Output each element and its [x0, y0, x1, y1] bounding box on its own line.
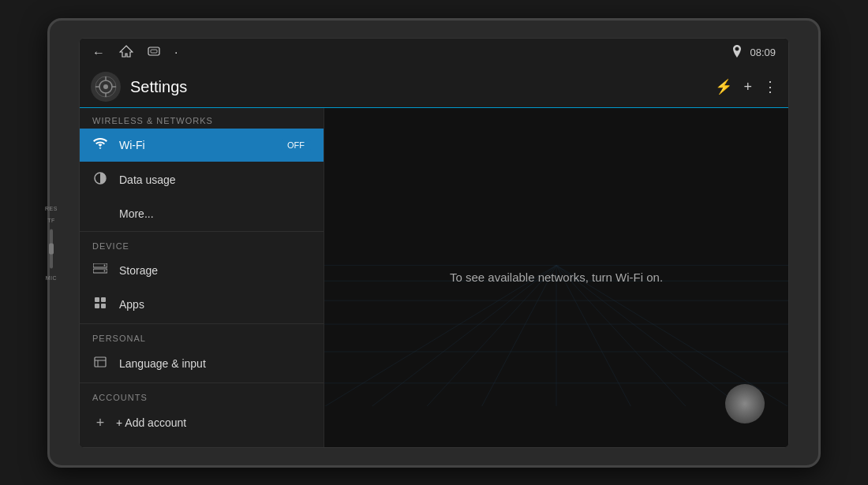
section-header-accounts: ACCOUNTS [80, 385, 324, 405]
app-bar: Settings ⚡ + ⋮ [80, 67, 788, 108]
main-content: WIRELESS & NETWORKS Wi-Fi OFF [80, 108, 788, 447]
svg-rect-19 [95, 357, 106, 367]
divider-3 [80, 382, 324, 383]
menu-item-data-usage[interactable]: Data usage [80, 162, 324, 198]
res-label: RES [45, 205, 58, 211]
svg-line-34 [556, 265, 686, 406]
svg-line-29 [372, 265, 556, 406]
svg-rect-2 [151, 50, 157, 53]
app-icon [91, 72, 121, 102]
menu-item-more[interactable]: More... [80, 198, 324, 229]
data-usage-label: Data usage [119, 173, 311, 186]
right-panel: .grid-line { stroke: #4af; stroke-width:… [324, 108, 788, 447]
data-usage-icon [92, 171, 108, 188]
apps-icon [92, 297, 108, 312]
add-account-label: + Add account [116, 416, 186, 429]
clock: 08:09 [750, 47, 776, 58]
nav-icons: ← · [92, 45, 178, 61]
app-title: Settings [130, 78, 705, 96]
volume-slider[interactable] [50, 229, 53, 268]
svg-line-33 [556, 265, 631, 406]
svg-rect-17 [95, 304, 99, 308]
svg-marker-0 [120, 46, 133, 57]
plus-icon: + [92, 415, 108, 431]
screen: ← · [79, 38, 789, 448]
menu-item-storage[interactable]: Storage [80, 254, 324, 287]
section-header-personal: PERSONAL [80, 326, 324, 346]
svg-rect-15 [95, 297, 99, 302]
app-bar-actions: ⚡ + ⋮ [715, 78, 777, 95]
svg-point-13 [104, 264, 106, 266]
section-header-wireless: WIRELESS & NETWORKS [80, 108, 324, 129]
more-icon[interactable]: ⋮ [763, 78, 777, 95]
mic-label: MIC [46, 274, 57, 280]
grid-background: .grid-line { stroke: #4af; stroke-width:… [324, 108, 788, 407]
tf-label: TF [47, 217, 55, 222]
svg-line-35 [556, 265, 741, 406]
svg-rect-18 [101, 304, 106, 308]
back-button[interactable]: ← [92, 46, 105, 60]
menu-item-wifi[interactable]: Wi-Fi OFF [80, 129, 324, 162]
status-right: 08:09 [732, 45, 776, 60]
wifi-icon [92, 138, 108, 152]
wifi-label: Wi-Fi [119, 139, 270, 151]
divider-1 [80, 231, 324, 232]
menu-item-language[interactable]: Language & input [80, 346, 324, 381]
divider-2 [80, 323, 324, 324]
more-label: More... [119, 207, 311, 220]
svg-point-5 [103, 84, 108, 89]
slider-knob [49, 243, 54, 254]
home-button[interactable] [119, 45, 133, 61]
left-panel: WIRELESS & NETWORKS Wi-Fi OFF [80, 108, 324, 447]
svg-point-14 [104, 270, 106, 271]
language-icon [92, 356, 108, 371]
status-bar: ← · [80, 39, 788, 67]
language-label: Language & input [119, 357, 311, 370]
add-icon[interactable]: + [743, 79, 752, 95]
recents-button[interactable] [148, 46, 160, 60]
svg-rect-1 [148, 47, 159, 55]
location-icon [732, 45, 742, 60]
device-frame: RES TF MIC ← [47, 18, 821, 468]
side-controls: RES TF MIC [45, 205, 58, 280]
storage-icon [92, 263, 108, 278]
apps-label: Apps [119, 298, 311, 311]
svg-line-31 [481, 265, 556, 406]
wifi-off-message: To see available networks, turn Wi-Fi on… [450, 270, 663, 284]
section-header-device: DEVICE [80, 233, 324, 254]
storage-label: Storage [119, 264, 311, 277]
flash-icon[interactable]: ⚡ [715, 78, 732, 95]
svg-line-30 [427, 265, 556, 406]
add-account-item[interactable]: + + Add account [80, 405, 324, 441]
svg-line-36 [556, 265, 788, 406]
circle-decoration [725, 384, 765, 423]
dot-icon: · [174, 46, 178, 60]
menu-item-apps[interactable]: Apps [80, 287, 324, 322]
svg-line-28 [324, 265, 556, 406]
svg-rect-16 [101, 297, 106, 302]
wifi-toggle[interactable]: OFF [281, 139, 311, 151]
